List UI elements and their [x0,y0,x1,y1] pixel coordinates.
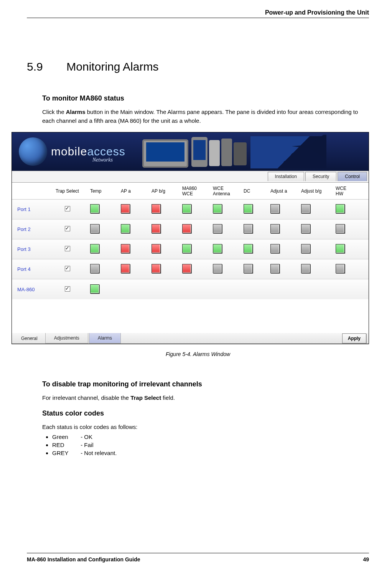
trap-select-checkbox[interactable] [65,226,70,231]
alarms-grid: Trap Select Temp AP a AP b/g MA860 WCE W… [12,182,369,333]
disable-trap-prefix: For irrelevant channel, disable the [42,394,130,401]
col-adjust-a: Adjust a [270,188,301,194]
code-desc: - Fail [81,442,93,448]
page-footer: MA-860 Installation and Configuration Gu… [27,553,369,562]
col-adjust-bg: Adjust b/g [301,188,336,194]
banner-devices [142,135,326,168]
row-label-port2: Port 2 [17,226,56,232]
monitor-para-prefix: Click the [42,109,66,115]
monitor-subheading: To monitor MA860 status [42,94,369,102]
status-led [182,244,191,253]
monitor-para-suffix: button in the Main window. The Alarms pa… [42,109,358,124]
col-ap-bg: AP b/g [152,188,182,194]
status-led [270,244,280,253]
bottom-tabs: General Adjustments Alarms Apply [12,333,369,343]
grid-spacer [12,299,369,333]
status-codes-intro: Each status is color codes as follows: [42,423,369,432]
status-led [152,204,161,213]
table-row: Port 3 [12,239,369,259]
laptop-icon [142,139,188,168]
tab-general[interactable]: General [14,333,44,343]
status-codes-list: Green - OK RED - Fail GREY - Not relevan… [42,434,369,456]
trap-select-checkbox[interactable] [65,266,70,271]
section-number: 5.9 [27,60,63,73]
banner-tail [250,136,326,168]
status-led [336,264,345,273]
col-temp: Temp [90,188,121,194]
status-led [213,224,222,233]
status-led [336,244,345,253]
status-led [121,244,130,253]
status-led [121,264,130,273]
pda-icon [191,137,208,167]
footer-page: 49 [363,556,369,562]
col-wce-antenna: WCE Antenna [213,186,244,196]
status-led [244,224,253,233]
status-led [270,204,280,213]
status-led [90,224,99,233]
status-led [244,204,253,213]
monitor-para-bold: Alarms [66,109,86,115]
status-led [182,204,191,213]
app-frame: Installation Security Control Trap Selec… [12,171,369,344]
status-led [301,264,310,273]
tab-security[interactable]: Security [305,172,336,181]
status-led [152,224,161,233]
list-item: Green - OK [52,434,369,440]
flip-phone-icon [234,142,247,165]
status-led [336,204,345,213]
code-name: Green [52,434,79,440]
status-led [121,204,130,213]
status-led [301,244,310,253]
table-row: Port 4 [12,259,369,279]
code-desc: - Not relevant. [81,450,117,456]
tab-installation[interactable]: Installation [268,172,304,181]
grid-header: Trap Select Temp AP a AP b/g MA860 WCE W… [12,183,369,200]
status-led [213,204,222,213]
status-led [213,244,222,253]
code-desc: - OK [81,434,92,440]
col-dc: DC [244,188,270,194]
col-ma860-wce: MA860 WCE [182,186,213,196]
trap-select-checkbox[interactable] [65,206,70,211]
status-led [182,264,191,273]
status-led [270,224,280,233]
code-name: GREY [52,450,79,456]
col-ap-a: AP a [121,188,152,194]
status-led [90,264,99,273]
list-item: RED - Fail [52,442,369,448]
status-led [121,224,130,233]
status-led [90,284,99,294]
brand-thin: access [87,145,125,158]
status-led [301,224,310,233]
disable-trap-paragraph: For irrelevant channel, disable the Trap… [42,394,369,402]
apply-button[interactable]: Apply [342,333,366,343]
phone-icon [221,139,232,166]
phone-icon [209,140,220,166]
status-led [90,204,99,213]
running-head: Power-up and Provisioning the Unit [27,9,369,18]
footer-guide: MA-860 Installation and Configuration Gu… [27,556,140,562]
status-led [301,204,310,213]
figure-caption: Figure 5-4. Alarms Window [27,351,369,357]
alarms-screenshot: mobileaccess Networks Installation Secur… [12,132,369,344]
disable-trap-suffix: field. [161,394,175,401]
trap-select-checkbox[interactable] [65,286,70,292]
brand-strong: mobile [51,145,87,158]
status-led [336,224,345,233]
disable-trap-subheading: To disable trap monitoring of irrelevant… [42,380,369,388]
tab-adjustments[interactable]: Adjustments [45,333,88,343]
tab-alarms[interactable]: Alarms [89,333,121,343]
list-item: GREY - Not relevant. [52,450,369,456]
table-row: Port 2 [12,219,369,239]
status-led [90,244,99,253]
col-wce-hw: WCE HW [336,186,362,196]
monitor-paragraph: Click the Alarms button in the Main wind… [42,108,369,125]
app-banner: mobileaccess Networks [12,132,369,171]
col-trap-select: Trap Select [56,188,90,194]
section-title: Monitoring Alarms [66,60,158,73]
row-label-port3: Port 3 [17,246,56,252]
row-label-port1: Port 1 [17,206,56,212]
trap-select-checkbox[interactable] [65,246,70,251]
tab-control[interactable]: Control [338,172,367,181]
